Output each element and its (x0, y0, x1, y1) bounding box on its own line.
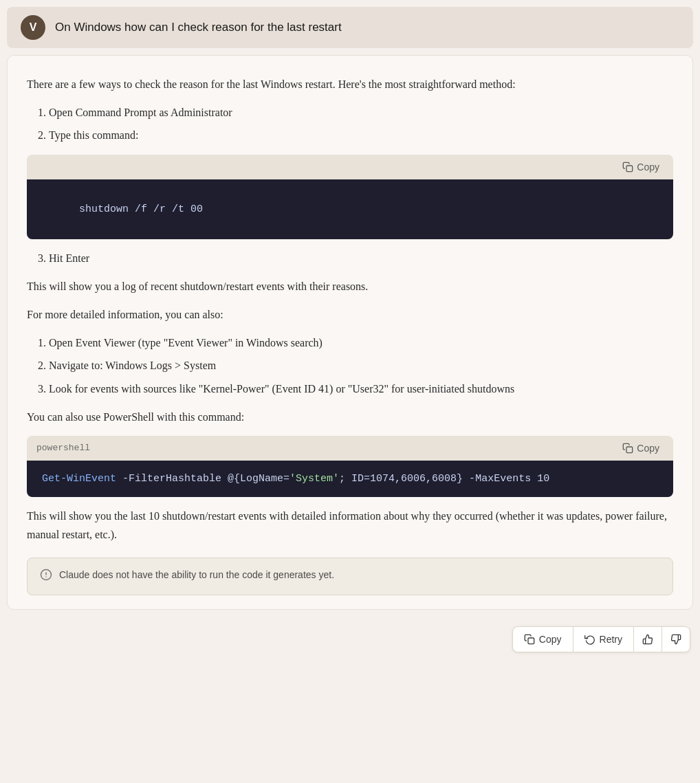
text-powershell: You can also use PowerShell with this co… (27, 408, 673, 426)
copy-icon (524, 634, 535, 645)
list-item: Navigate to: Windows Logs > System (49, 356, 673, 375)
copy-button-code2[interactable]: Copy (618, 441, 664, 455)
response-intro: There are a few ways to check the reason… (27, 75, 673, 93)
retry-button[interactable]: Retry (573, 627, 634, 652)
retry-icon (584, 634, 595, 645)
info-banner: Claude does not have the ability to run … (27, 558, 673, 595)
response-container: There are a few ways to check the reason… (7, 55, 693, 610)
list-item: Hit Enter (49, 249, 673, 267)
code-block-2: powershell Copy Get-WinEvent -FilterHash… (27, 436, 673, 497)
code-block-1: Copy shutdown /f /r /t 00 (27, 155, 673, 239)
svg-rect-0 (626, 166, 633, 172)
thumbs-down-button[interactable] (662, 627, 690, 652)
steps-basic-list: Open Command Prompt as Administrator Typ… (49, 103, 673, 144)
code-content-1: shutdown /f /r /t 00 (27, 179, 673, 239)
svg-rect-5 (528, 638, 534, 644)
steps-basic-list-cont: Hit Enter (49, 249, 673, 267)
svg-rect-1 (626, 447, 633, 453)
info-banner-text: Claude does not have the ability to run … (59, 568, 334, 582)
copy-button-code1[interactable]: Copy (618, 160, 664, 174)
text-after-basic: This will show you a log of recent shutd… (27, 277, 673, 296)
thumbs-down-icon (670, 634, 681, 645)
steps-detailed-list: Open Event Viewer (type "Event Viewer" i… (49, 333, 673, 398)
toolbar-button-group: Copy Retry (512, 626, 690, 652)
code-block-2-header: powershell Copy (27, 436, 673, 461)
text-final: This will show you the last 10 shutdown/… (27, 507, 673, 544)
list-item: Open Command Prompt as Administrator (49, 103, 673, 122)
code-text-1: shutdown /f /r /t 00 (79, 203, 203, 215)
info-icon (40, 569, 52, 585)
copy-response-button[interactable]: Copy (513, 627, 573, 652)
code-block-1-header: Copy (27, 155, 673, 179)
copy-icon (622, 443, 633, 454)
avatar: V (21, 15, 45, 40)
code-content-2: Get-WinEvent -FilterHashtable @{LogName=… (27, 461, 673, 497)
list-item: Look for events with sources like "Kerne… (49, 379, 673, 398)
copy-icon (622, 162, 633, 173)
bottom-toolbar: Copy Retry (0, 617, 700, 662)
list-item: Type this command: (49, 126, 673, 144)
code-lang-label: powershell (36, 443, 90, 453)
list-item: Open Event Viewer (type "Event Viewer" i… (49, 333, 673, 352)
user-message-bar: V On Windows how can I check reason for … (7, 7, 693, 48)
thumbs-up-icon (642, 634, 653, 645)
thumbs-up-button[interactable] (634, 627, 662, 652)
user-question: On Windows how can I check reason for th… (55, 21, 342, 34)
text-more: For more detailed information, you can a… (27, 305, 673, 324)
